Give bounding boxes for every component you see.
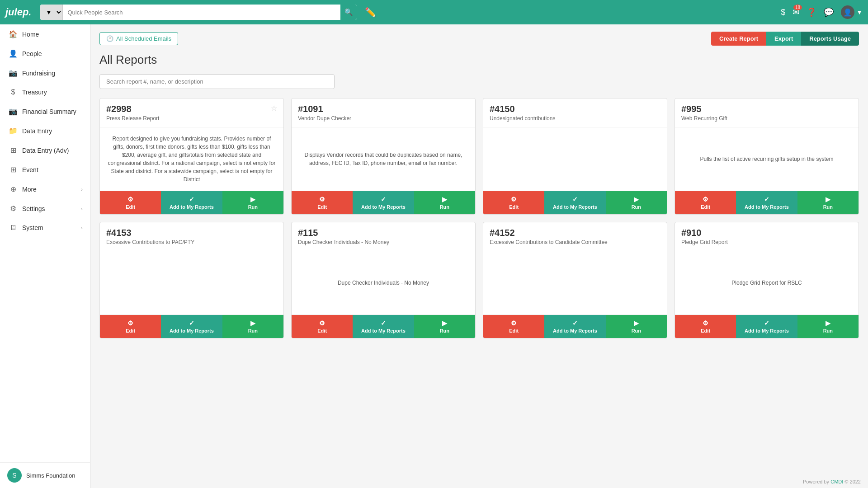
top-bar: 🕐 All Scheduled Emails Create Report Exp… [99,32,859,46]
card-info: #2998 Press Release Report [106,104,159,122]
card-name: Excessive Contributions to Candidate Com… [490,239,608,245]
help-icon[interactable]: ❓ [807,7,816,17]
clock-icon: 🕐 [106,35,113,42]
more-icon: ⊕ [9,185,18,193]
export-button[interactable]: Export [766,32,801,46]
chat-icon[interactable]: 💬 [824,7,834,17]
user-avatar-button[interactable]: 👤 ▼ [841,5,863,19]
dollar-icon[interactable]: $ [781,8,785,17]
add-to-my-reports-button[interactable]: ✓ Add to My Reports [544,315,605,338]
edit-button[interactable]: ⚙ Edit [483,191,544,214]
run-button[interactable]: ▶ Run [414,315,475,338]
add-to-my-reports-button[interactable]: ✓ Add to My Reports [161,191,222,214]
run-button[interactable]: ▶ Run [797,191,859,214]
add-to-my-reports-button[interactable]: ✓ Add to My Reports [544,191,605,214]
action-buttons: Create Report Export Reports Usage [711,32,859,46]
run-button[interactable]: ▶ Run [606,191,667,214]
mail-badge: 18 [793,5,802,10]
card-header: #4152 Excessive Contributions to Candida… [483,222,667,251]
gear-icon: ⚙ [511,319,517,327]
scheduled-emails-button[interactable]: 🕐 All Scheduled Emails [99,32,178,45]
card-number: #4150 [490,104,555,114]
report-card: #4150 Undesignated contributions ⚙ Edit … [483,98,667,215]
edit-button[interactable]: ⚙ Edit [675,191,736,214]
gear-icon: ⚙ [127,319,133,327]
sidebar-label-system: System [22,224,43,231]
sidebar-username: Simms Foundation [26,472,75,479]
edit-button[interactable]: ⚙ Edit [292,191,353,214]
main-layout: 🏠 Home 👤 People 📷 Fundraising $ Treasury… [0,24,868,488]
card-name: Vendor Dupe Checker [298,115,351,122]
check-icon: ✓ [764,196,769,203]
check-icon: ✓ [189,196,194,203]
add-to-my-reports-button[interactable]: ✓ Add to My Reports [736,315,797,338]
mail-icon[interactable]: ✉ 18 [793,7,799,17]
add-to-my-reports-button[interactable]: ✓ Add to My Reports [161,315,222,338]
sidebar-item-more[interactable]: ⊕ More › [0,179,90,199]
add-label: Add to My Reports [745,328,789,333]
sidebar-item-people[interactable]: 👤 People [0,44,90,63]
card-name: Dupe Checker Individuals - No Money [298,239,389,245]
search-type-dropdown[interactable]: ▼ [40,5,63,20]
sidebar: 🏠 Home 👤 People 📷 Fundraising $ Treasury… [0,24,90,488]
sidebar-item-financial-summary[interactable]: 📷 Financial Summary [0,102,90,121]
run-button[interactable]: ▶ Run [797,315,859,338]
run-button[interactable]: ▶ Run [222,191,283,214]
sidebar-item-settings[interactable]: ⚙ Settings › [0,199,90,218]
card-info: #995 Web Recurring Gift [681,104,727,122]
reports-usage-button[interactable]: Reports Usage [801,32,859,46]
page-title: All Reports [99,53,859,67]
add-label: Add to My Reports [553,328,597,333]
run-button[interactable]: ▶ Run [414,191,475,214]
check-icon: ✓ [572,319,578,327]
card-header: #995 Web Recurring Gift [675,99,859,127]
card-number: #4152 [490,228,608,238]
quick-people-search-input[interactable] [63,5,340,20]
card-number: #2998 [106,104,159,114]
card-name: Web Recurring Gift [681,115,727,122]
edit-button[interactable]: ⚙ Edit [292,315,353,338]
gear-icon: ⚙ [319,319,325,327]
sidebar-item-home[interactable]: 🏠 Home [0,24,90,44]
fundraising-icon: 📷 [9,69,18,77]
data-entry-adv-icon: ⊞ [9,146,18,155]
avatar-circle: 👤 [841,5,854,19]
card-number: #995 [681,104,727,114]
card-footer: ⚙ Edit ✓ Add to My Reports ▶ Run [292,191,475,214]
edit-button[interactable]: ⚙ Edit [675,315,736,338]
check-icon: ✓ [381,319,386,327]
star-icon[interactable]: ☆ [271,104,277,113]
run-button[interactable]: ▶ Run [222,315,283,338]
gear-icon: ⚙ [127,196,133,203]
sidebar-item-data-entry[interactable]: 📁 Data Entry [0,121,90,141]
sidebar-item-fundraising[interactable]: 📷 Fundraising [0,63,90,83]
card-header: #910 Pledge Grid Report [675,222,859,251]
sidebar-item-event[interactable]: ⊞ Event [0,160,90,179]
add-to-my-reports-button[interactable]: ✓ Add to My Reports [353,315,414,338]
sidebar-item-data-entry-adv[interactable]: ⊞ Data Entry (Adv) [0,141,90,160]
create-report-button[interactable]: Create Report [711,32,766,46]
card-body [483,251,667,314]
run-button[interactable]: ▶ Run [606,315,667,338]
sidebar-label-home: Home [22,31,39,38]
edit-button[interactable]: ⚙ Edit [483,315,544,338]
sidebar-label-settings: Settings [22,205,45,212]
edit-button[interactable]: ⚙ Edit [100,191,161,214]
card-footer: ⚙ Edit ✓ Add to My Reports ▶ Run [675,314,859,338]
sidebar-user: S Simms Foundation [0,462,90,488]
system-icon: 🖥 [9,224,18,232]
play-icon: ▶ [634,319,639,327]
logo: julep. [5,6,31,18]
search-report-input[interactable] [99,74,335,89]
sidebar-avatar: S [7,468,22,483]
sidebar-item-treasury[interactable]: $ Treasury [0,83,90,102]
sidebar-item-system[interactable]: 🖥 System › [0,218,90,237]
add-to-my-reports-button[interactable]: ✓ Add to My Reports [736,191,797,214]
add-to-my-reports-button[interactable]: ✓ Add to My Reports [353,191,414,214]
play-icon: ▶ [250,319,255,327]
people-icon: 👤 [9,49,18,58]
edit-button[interactable]: ⚙ Edit [100,315,161,338]
cmdi-link[interactable]: CMDI [830,479,843,484]
search-button[interactable]: 🔍 [340,5,357,20]
search-container: ▼ 🔍 [40,5,357,20]
